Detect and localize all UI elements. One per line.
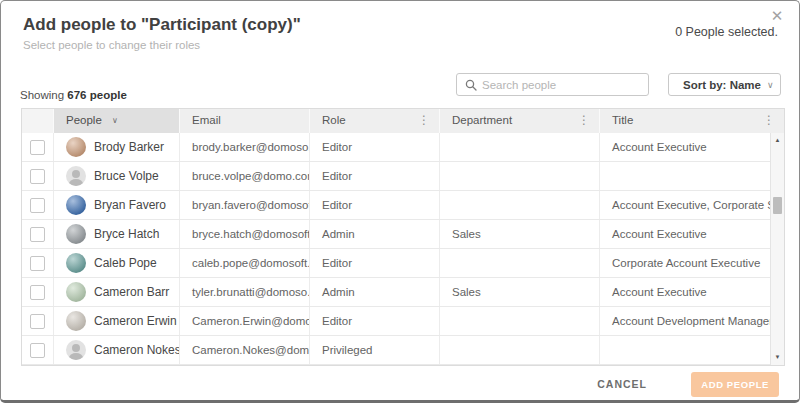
person-title	[600, 336, 770, 364]
avatar	[66, 311, 86, 331]
add-people-dialog: Add people to "Participant (copy)" Selec…	[0, 0, 800, 403]
table-row[interactable]: Bryan Favero bryan.favero@domosof... Edi…	[22, 191, 770, 220]
showing-count: Showing 676 people	[20, 89, 127, 101]
person-name: Cameron Erwin	[94, 307, 177, 335]
table-row[interactable]: Cameron Nokes Cameron.Nokes@domo... Priv…	[22, 336, 770, 365]
person-title: Account Executive	[600, 220, 770, 248]
selected-count-status: 0 People selected.	[675, 25, 778, 39]
search-box[interactable]	[456, 73, 649, 96]
chevron-down-icon: ∨	[767, 80, 774, 90]
column-header-department[interactable]: Department ⋮	[440, 109, 600, 133]
column-menu-icon[interactable]: ⋮	[418, 109, 430, 132]
table-row[interactable]: Bruce Volpe bruce.volpe@domo.com Editor	[22, 162, 770, 191]
column-label: Department	[452, 114, 512, 126]
search-input[interactable]	[482, 79, 648, 91]
person-email: Cameron.Nokes@domo...	[180, 336, 310, 364]
page-title: Add people to "Participant (copy)"	[23, 15, 301, 35]
avatar-placeholder	[66, 340, 86, 360]
avatar-placeholder	[66, 166, 86, 186]
person-department	[440, 249, 600, 277]
table-scrollbar[interactable]: ▲ ▼	[770, 133, 784, 365]
avatar	[66, 282, 86, 302]
avatar	[66, 253, 86, 273]
search-icon	[465, 79, 477, 91]
person-title: Account Executive	[600, 133, 770, 161]
row-checkbox[interactable]	[30, 227, 45, 242]
avatar	[66, 224, 86, 244]
column-menu-icon[interactable]: ⋮	[763, 109, 775, 132]
table-row[interactable]: Bryce Hatch bryce.hatch@domosoft... Admi…	[22, 220, 770, 249]
person-email: caleb.pope@domosoft...	[180, 249, 310, 277]
avatar	[66, 195, 86, 215]
header-checkbox-cell	[22, 109, 54, 133]
column-header-email[interactable]: Email	[180, 109, 310, 133]
table-row[interactable]: Brody Barker brody.barker@domoso... Edit…	[22, 133, 770, 162]
avatar	[66, 137, 86, 157]
table-row[interactable]: Cameron Barr tyler.brunatti@domoso... Ad…	[22, 278, 770, 307]
person-role: Admin	[310, 220, 440, 248]
table-row[interactable]: Caleb Pope caleb.pope@domosoft... Editor…	[22, 249, 770, 278]
column-label: Role	[322, 114, 346, 126]
person-email: bruce.volpe@domo.com	[180, 162, 310, 190]
table-row[interactable]: Cameron Erwin Cameron.Erwin@domo... Edit…	[22, 307, 770, 336]
person-title: Corporate Account Executive	[600, 249, 770, 277]
person-role: Editor	[310, 249, 440, 277]
person-role: Admin	[310, 278, 440, 306]
person-department	[440, 336, 600, 364]
scroll-up-icon[interactable]: ▲	[771, 134, 784, 147]
person-name: Brody Barker	[94, 133, 164, 161]
cancel-button[interactable]: CANCEL	[597, 378, 647, 390]
row-checkbox[interactable]	[30, 256, 45, 271]
table-body: Brody Barker brody.barker@domoso... Edit…	[22, 133, 770, 365]
person-role: Editor	[310, 162, 440, 190]
person-department: Sales	[440, 220, 600, 248]
row-checkbox[interactable]	[30, 198, 45, 213]
person-title: Account Executive	[600, 278, 770, 306]
column-menu-icon[interactable]: ⋮	[578, 109, 590, 132]
column-header-people[interactable]: People ∨	[54, 109, 180, 133]
person-department	[440, 162, 600, 190]
person-name: Caleb Pope	[94, 249, 157, 277]
person-name: Cameron Nokes	[94, 336, 180, 364]
table-header-row: People ∨ Email Role ⋮ Department ⋮ Title…	[22, 109, 784, 133]
person-role: Privileged	[310, 336, 440, 364]
showing-prefix: Showing	[20, 89, 64, 101]
person-department	[440, 133, 600, 161]
person-name: Cameron Barr	[94, 278, 169, 306]
column-header-title[interactable]: Title ⋮	[600, 109, 784, 133]
column-header-role[interactable]: Role ⋮	[310, 109, 440, 133]
people-table: People ∨ Email Role ⋮ Department ⋮ Title…	[21, 108, 785, 366]
column-label: Title	[612, 114, 633, 126]
row-checkbox[interactable]	[30, 140, 45, 155]
people-count: 676 people	[67, 89, 126, 101]
person-role: Editor	[310, 133, 440, 161]
sort-by-button[interactable]: Sort by: Name ∨	[668, 73, 781, 96]
person-title: Account Development Manager	[600, 307, 770, 335]
person-email: bryan.favero@domosof...	[180, 191, 310, 219]
person-department: Sales	[440, 278, 600, 306]
person-department	[440, 307, 600, 335]
scrollbar-thumb[interactable]	[773, 197, 782, 214]
row-checkbox[interactable]	[30, 169, 45, 184]
row-checkbox[interactable]	[30, 343, 45, 358]
person-email: brody.barker@domoso...	[180, 133, 310, 161]
page-subtitle: Select people to change their roles	[23, 39, 200, 51]
person-role: Editor	[310, 191, 440, 219]
person-email: Cameron.Erwin@domo...	[180, 307, 310, 335]
person-title: Account Executive, Corporate S...	[600, 191, 770, 219]
person-role: Editor	[310, 307, 440, 335]
person-name: Bryce Hatch	[94, 220, 159, 248]
close-icon[interactable]: ✕	[768, 7, 786, 25]
person-title	[600, 162, 770, 190]
row-checkbox[interactable]	[30, 285, 45, 300]
person-department	[440, 191, 600, 219]
sort-by-label: Sort by: Name	[683, 79, 761, 91]
add-people-button[interactable]: ADD PEOPLE	[691, 372, 779, 397]
column-label: People	[66, 114, 102, 126]
person-email: tyler.brunatti@domoso...	[180, 278, 310, 306]
row-checkbox[interactable]	[30, 314, 45, 329]
person-name: Bruce Volpe	[94, 162, 159, 190]
chevron-down-icon: ∨	[112, 116, 118, 125]
scroll-down-icon[interactable]: ▼	[771, 351, 784, 364]
person-name: Bryan Favero	[94, 191, 166, 219]
